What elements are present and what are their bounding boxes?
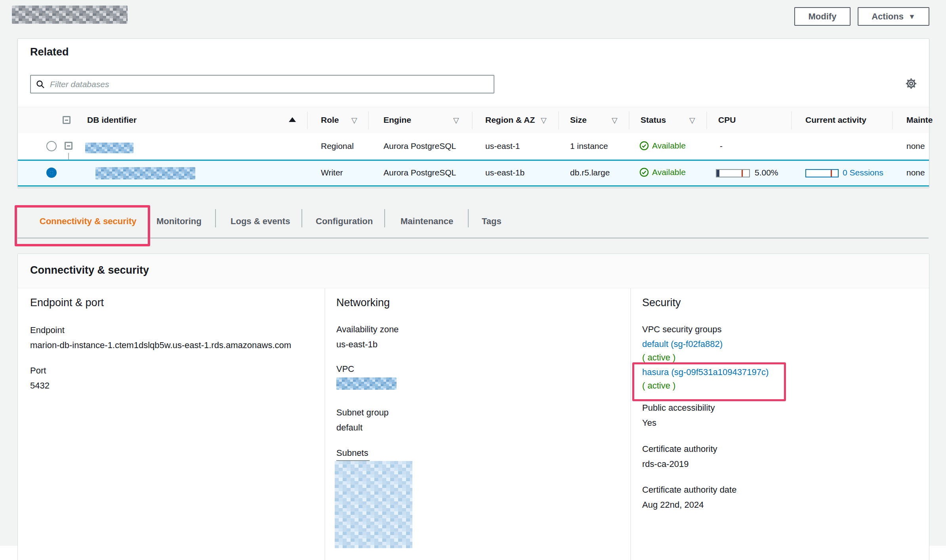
endpoint-port-heading: Endpoint & port xyxy=(30,297,104,309)
cell-role: Writer xyxy=(321,168,343,177)
tab-monitoring[interactable]: Monitoring xyxy=(156,216,202,227)
tab-divider xyxy=(215,209,216,227)
cell-size: db.r5.large xyxy=(570,168,610,177)
endpoint-value: marion-db-instance-1.ctem1dslqb5w.us-eas… xyxy=(30,340,291,350)
certificate-authority-date-label: Certificate authority date xyxy=(642,485,736,495)
gear-icon xyxy=(905,78,917,90)
column-header-maintenance[interactable]: Mainte xyxy=(906,115,933,125)
cell-size: 1 instance xyxy=(570,141,608,151)
actions-button-label: Actions xyxy=(872,11,904,22)
column-header-cpu[interactable]: CPU xyxy=(718,115,736,125)
column-header-status[interactable]: Status xyxy=(641,115,666,125)
redacted-page-title xyxy=(12,6,128,24)
redacted-instance-name-link[interactable] xyxy=(95,167,195,179)
security-group-default-status: ( active ) xyxy=(642,352,675,363)
status-badge: Available xyxy=(639,141,686,150)
column-divider xyxy=(791,111,792,130)
column-divider xyxy=(324,288,325,560)
tab-divider xyxy=(468,209,469,227)
column-header-current-activity[interactable]: Current activity xyxy=(805,115,866,125)
cell-cpu-percent: 5.00% xyxy=(755,168,778,177)
sessions-meter-threshold-tick xyxy=(831,170,832,177)
column-divider xyxy=(629,111,629,130)
certificate-authority-label: Certificate authority xyxy=(642,444,717,454)
availability-zone-label: Availability zone xyxy=(336,324,399,335)
tab-configuration[interactable]: Configuration xyxy=(316,216,373,227)
column-divider xyxy=(472,111,473,130)
status-text: Available xyxy=(652,141,686,150)
public-accessibility-value: Yes xyxy=(642,418,656,428)
cell-role: Regional xyxy=(321,141,354,151)
column-divider xyxy=(630,288,631,560)
sort-ascending-icon[interactable] xyxy=(289,117,296,122)
status-text: Available xyxy=(652,168,686,177)
cell-engine: Aurora PostgreSQL xyxy=(383,141,456,151)
annotation-box-hasura-sg xyxy=(632,362,786,401)
actions-dropdown-button[interactable]: Actions ▼ xyxy=(858,7,929,26)
check-circle-icon xyxy=(639,168,649,177)
select-all-checkbox[interactable] xyxy=(63,116,71,124)
cell-maintenance: none xyxy=(906,141,925,151)
chevron-down-icon: ▼ xyxy=(908,13,915,20)
tab-bar-divider xyxy=(17,238,929,238)
panel-header: Connectivity & security xyxy=(18,254,929,288)
column-divider xyxy=(558,111,559,130)
row-radio-cluster[interactable] xyxy=(46,141,57,151)
row-radio-writer-selected[interactable] xyxy=(46,168,57,178)
table-settings-button[interactable] xyxy=(905,78,918,90)
public-accessibility-label: Public accessibility xyxy=(642,403,715,413)
column-header-role[interactable]: Role xyxy=(321,115,339,125)
sessions-link[interactable]: 0 Sessions xyxy=(843,168,883,177)
port-label: Port xyxy=(30,366,46,376)
cpu-meter xyxy=(716,169,750,177)
cpu-meter-threshold-tick xyxy=(742,170,743,177)
subnets-label: Subnets xyxy=(336,448,368,458)
cell-maintenance: none xyxy=(906,168,925,177)
vpc-security-groups-label: VPC security groups xyxy=(642,324,722,335)
column-header-db-identifier[interactable]: DB identifier xyxy=(87,115,137,125)
redacted-cluster-name-link[interactable] xyxy=(85,143,134,153)
security-heading: Security xyxy=(642,297,681,309)
status-badge: Available xyxy=(639,168,686,177)
tab-tags[interactable]: Tags xyxy=(482,216,502,227)
modify-button[interactable]: Modify xyxy=(794,7,851,26)
related-card-title: Related xyxy=(30,46,69,58)
filter-icon[interactable]: ▽ xyxy=(612,116,618,125)
column-divider xyxy=(892,111,893,130)
tab-logs-events[interactable]: Logs & events xyxy=(231,216,290,227)
column-header-engine[interactable]: Engine xyxy=(383,115,411,125)
networking-heading: Networking xyxy=(336,297,390,309)
search-icon xyxy=(36,80,45,89)
check-circle-icon xyxy=(639,141,649,150)
column-header-size[interactable]: Size xyxy=(570,115,587,125)
connectivity-security-panel: Connectivity & security Endpoint & port … xyxy=(17,253,929,560)
filter-databases-searchbox[interactable] xyxy=(30,75,494,93)
rds-console-page: Modify Actions ▼ Related xyxy=(0,0,946,560)
panel-title: Connectivity & security xyxy=(30,264,149,276)
expand-toggle-icon[interactable] xyxy=(65,142,72,150)
column-divider xyxy=(368,111,369,130)
tab-maintenance[interactable]: Maintenance xyxy=(401,216,453,227)
table-header-row: DB identifier Role ▽ Engine ▽ Region & A… xyxy=(18,107,929,134)
filter-icon[interactable]: ▽ xyxy=(351,116,357,125)
related-databases-card: Related DB identifier xyxy=(17,38,929,188)
search-input[interactable] xyxy=(49,79,489,90)
column-divider xyxy=(307,111,308,130)
subnet-group-value: default xyxy=(336,423,362,433)
redacted-vpc-link[interactable] xyxy=(336,377,397,390)
table-row-writer-instance[interactable]: Writer Aurora PostgreSQL us-east-1b db.r… xyxy=(18,160,929,187)
column-header-region-az[interactable]: Region & AZ xyxy=(485,115,535,125)
subnet-group-label: Subnet group xyxy=(336,408,389,418)
tab-divider xyxy=(301,209,302,227)
filter-icon[interactable]: ▽ xyxy=(453,116,459,125)
security-group-default-link[interactable]: default (sg-f02fa882) xyxy=(642,339,723,349)
redacted-subnet-links[interactable] xyxy=(335,461,412,548)
port-value: 5432 xyxy=(30,381,50,391)
modify-button-label: Modify xyxy=(809,11,837,22)
table-row-cluster[interactable]: Regional Aurora PostgreSQL us-east-1 1 i… xyxy=(18,133,929,160)
filter-icon[interactable]: ▽ xyxy=(689,116,695,125)
cell-region-az: us-east-1b xyxy=(485,168,524,177)
certificate-authority-value: rds-ca-2019 xyxy=(642,459,689,469)
filter-icon[interactable]: ▽ xyxy=(541,116,547,125)
cpu-meter-fill xyxy=(717,170,719,177)
